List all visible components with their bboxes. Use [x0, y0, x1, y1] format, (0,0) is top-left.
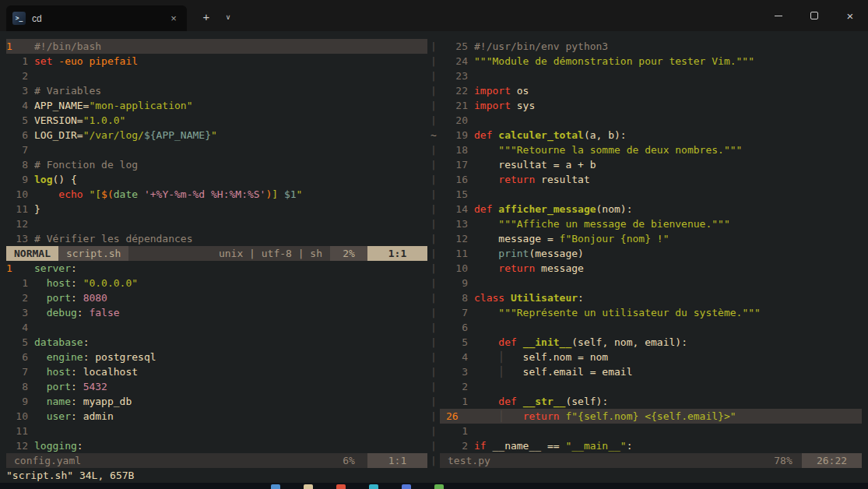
code-line: 1	[440, 424, 862, 438]
line-number: 18	[446, 142, 468, 157]
vert-split-bar: |	[427, 83, 440, 98]
code-text: """Retourne la somme de deux nombres."""	[474, 142, 742, 157]
taskbar[interactable]	[0, 483, 868, 489]
line-number: 2	[6, 69, 28, 83]
statusline-config[interactable]: config.yaml 6% 1:1	[6, 453, 427, 468]
vert-split-bar: |	[427, 350, 440, 364]
terminal-app-icon: >_	[12, 12, 26, 25]
chevron-down-icon: ∨	[226, 13, 231, 21]
pane-config-yaml[interactable]: 1server:1 host: "0.0.0.0"2 port: 80803 d…	[6, 261, 427, 453]
code-line: 23	[440, 69, 862, 83]
statusline-filename: script.sh	[58, 246, 128, 261]
line-number: 21	[446, 98, 468, 113]
vert-split-bar: |	[427, 320, 440, 335]
line-number: 7	[6, 142, 28, 157]
statusline-percent: 78%	[764, 453, 802, 468]
taskbar-icon[interactable]	[402, 484, 411, 489]
code-line: 3 debug: false	[6, 305, 427, 320]
code-line: 2	[440, 379, 862, 394]
code-text: # Variables	[34, 83, 101, 98]
tab-title: cd	[32, 13, 160, 24]
code-text: return message	[474, 261, 584, 276]
line-number: 3	[446, 364, 468, 379]
line-number: 11	[6, 202, 28, 216]
code-text: server:	[34, 261, 77, 276]
code-line: 12logging:	[6, 438, 427, 453]
code-text: }	[34, 202, 40, 216]
code-text: # Fonction de log	[34, 157, 138, 172]
close-icon: ×	[847, 10, 854, 22]
split-separator[interactable]: ||||||~||||||||||||||||||||||	[427, 39, 440, 468]
line-number: 8	[6, 157, 28, 172]
line-number: 1	[446, 424, 468, 438]
code-text: user: admin	[34, 409, 114, 424]
eob-tilde: ~	[427, 128, 440, 142]
tab-dropdown-button[interactable]: ∨	[218, 5, 238, 29]
new-tab-button[interactable]: +	[195, 5, 218, 29]
code-line: 3 │ self.email = email	[440, 364, 862, 379]
code-line: 1server:	[6, 261, 427, 276]
code-text: VERSION="1.0.0"	[34, 113, 125, 128]
line-number: 7	[446, 305, 468, 320]
line-number: 23	[446, 69, 468, 83]
code-line: 11 print(message)	[440, 246, 862, 261]
code-line: 21import sys	[440, 98, 862, 113]
code-line: 6	[440, 320, 862, 335]
code-text: port: 5432	[34, 379, 107, 394]
vert-split-bar: |	[427, 409, 440, 424]
vert-split-bar: |	[427, 276, 440, 290]
code-text: def calculer_total(a, b):	[474, 128, 627, 142]
code-line: 20	[440, 113, 862, 128]
code-text: # Vérifier les dépendances	[34, 231, 193, 246]
code-line: 13 """Affiche un message de bienvenue.""…	[440, 216, 862, 231]
mode-indicator: NORMAL	[6, 246, 58, 261]
titlebar[interactable]: >_ cd × + ∨ ×	[0, 0, 868, 31]
line-number: 2	[6, 290, 28, 305]
code-text: │ self.nom = nom	[474, 350, 608, 364]
code-line: 1 host: "0.0.0.0"	[6, 276, 427, 290]
line-number: 14	[446, 202, 468, 216]
terminal-content: 1#!/bin/bash1set -euo pipefail23# Variab…	[0, 31, 868, 483]
statusline-position: 1:1	[367, 246, 427, 261]
code-line: 7 host: localhost	[6, 364, 427, 379]
terminal-prompt-glyph: >_	[16, 15, 23, 22]
line-number: 20	[446, 113, 468, 128]
line-number: 9	[446, 276, 468, 290]
pane-script-sh[interactable]: 1#!/bin/bash1set -euo pipefail23# Variab…	[6, 39, 427, 246]
taskbar-icon[interactable]	[304, 484, 313, 489]
code-text: """Affiche un message de bienvenue."""	[474, 216, 730, 231]
maximize-button[interactable]	[796, 0, 832, 31]
statusline-test[interactable]: test.py 78% 26:22	[440, 453, 862, 468]
code-line: 1 def __str__(self):	[440, 394, 862, 409]
line-number: 1	[6, 39, 28, 54]
statusline-script[interactable]: NORMAL script.sh unix | utf-8 | sh 2% 1:…	[6, 246, 427, 261]
taskbar-icon[interactable]	[271, 484, 280, 489]
code-text: import sys	[474, 98, 535, 113]
line-number: 13	[446, 216, 468, 231]
code-line: 2 port: 8080	[6, 290, 427, 305]
vert-split-bar: |	[427, 98, 440, 113]
taskbar-icon[interactable]	[369, 484, 378, 489]
minimize-button[interactable]	[761, 0, 796, 31]
code-line: 11	[6, 424, 427, 438]
vert-split-bar: |	[427, 187, 440, 202]
code-text: #!/usr/bin/env python3	[474, 39, 608, 54]
line-number: 3	[6, 83, 28, 98]
pane-test-py[interactable]: 25#!/usr/bin/env python324"""Module de d…	[440, 39, 862, 453]
line-number: 5	[6, 335, 28, 350]
line-number: 17	[446, 157, 468, 172]
tab-cd[interactable]: >_ cd ×	[6, 5, 187, 31]
taskbar-icon[interactable]	[434, 484, 444, 489]
line-number: 12	[446, 231, 468, 246]
code-line: 14def afficher_message(nom):	[440, 202, 862, 216]
tab-close-icon[interactable]: ×	[167, 12, 181, 26]
line-number: 19	[446, 128, 468, 142]
close-button[interactable]: ×	[832, 0, 868, 31]
vert-split-bar: |	[427, 69, 440, 83]
taskbar-icon[interactable]	[336, 484, 346, 489]
command-line-message: "script.sh" 34L, 657B	[6, 468, 862, 483]
statusline-percent: 2%	[330, 246, 367, 261]
vert-split-bar: |	[427, 379, 440, 394]
line-number: 22	[446, 83, 468, 98]
code-line: 6LOG_DIR="/var/log/${APP_NAME}"	[6, 128, 427, 142]
